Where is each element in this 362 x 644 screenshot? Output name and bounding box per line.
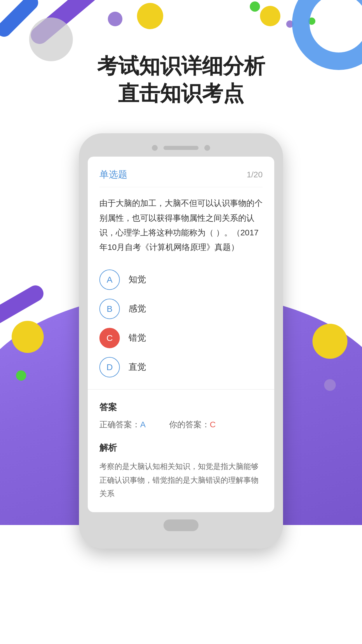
answer-correct-label: 正确答案：: [99, 420, 140, 429]
option-circle-d: D: [99, 357, 120, 377]
answer-title: 答案: [99, 401, 263, 413]
answer-correct-item: 正确答案：A: [99, 419, 146, 430]
option-item-c[interactable]: C 错觉: [99, 328, 263, 348]
option-text-c: 错觉: [129, 332, 146, 344]
option-circle-a: A: [99, 270, 120, 290]
question-type: 单选题: [99, 168, 127, 181]
phone-camera: [152, 145, 158, 151]
question-progress: 1/20: [247, 170, 263, 179]
question-header: 单选题 1/20: [99, 168, 263, 187]
divider: [88, 389, 274, 390]
option-text-b: 感觉: [129, 303, 146, 315]
answer-your-value: C: [210, 420, 216, 429]
option-item-a[interactable]: A 知觉: [99, 270, 263, 290]
answer-correct-value: A: [140, 420, 146, 429]
phone-mockup: 单选题 1/20 由于大脑的加工，大脑不但可以认识事物的个别属性，也可以获得事物…: [79, 133, 283, 549]
analysis-title: 解析: [99, 442, 263, 454]
option-text-a: 知觉: [129, 274, 146, 286]
headline: 考试知识详细分析 直击知识考点: [97, 52, 265, 107]
headline-line2: 直击知识考点: [97, 80, 265, 107]
screen-content: 单选题 1/20 由于大脑的加工，大脑不但可以认识事物的个别属性，也可以获得事物…: [88, 157, 274, 377]
question-text: 由于大脑的加工，大脑不但可以认识事物的个别属性，也可以获得事物属性之间关系的认识…: [99, 196, 263, 255]
phone-speaker: [164, 146, 198, 150]
headline-line1: 考试知识详细分析: [97, 52, 265, 80]
phone-sensor: [204, 145, 210, 151]
answer-section: 答案 正确答案：A 你的答案：C 解析 考察的是大脑认知相关知识，知觉是指大脑能…: [88, 401, 274, 512]
option-item-b[interactable]: B 感觉: [99, 299, 263, 319]
phone-outer: 单选题 1/20 由于大脑的加工，大脑不但可以认识事物的个别属性，也可以获得事物…: [79, 133, 283, 549]
option-text-d: 直觉: [129, 361, 146, 373]
main-content: 考试知识详细分析 直击知识考点 单选题 1/20: [0, 0, 362, 549]
options-list: A 知觉 B 感觉 C 错觉 D 直觉: [99, 270, 263, 377]
phone-screen: 单选题 1/20 由于大脑的加工，大脑不但可以认识事物的个别属性，也可以获得事物…: [88, 157, 274, 512]
option-item-d[interactable]: D 直觉: [99, 357, 263, 377]
phone-home-button[interactable]: [164, 519, 198, 531]
phone-top: [88, 145, 274, 151]
answer-your-label: 你的答案：: [169, 420, 210, 429]
option-circle-b: B: [99, 299, 120, 319]
analysis-text: 考察的是大脑认知相关知识，知觉是指大脑能够正确认识事物，错觉指的是大脑错误的理解…: [99, 460, 263, 501]
phone-bottom: [88, 519, 274, 531]
option-circle-c: C: [99, 328, 120, 348]
answer-row: 正确答案：A 你的答案：C: [99, 419, 263, 430]
answer-your-item: 你的答案：C: [169, 419, 216, 430]
